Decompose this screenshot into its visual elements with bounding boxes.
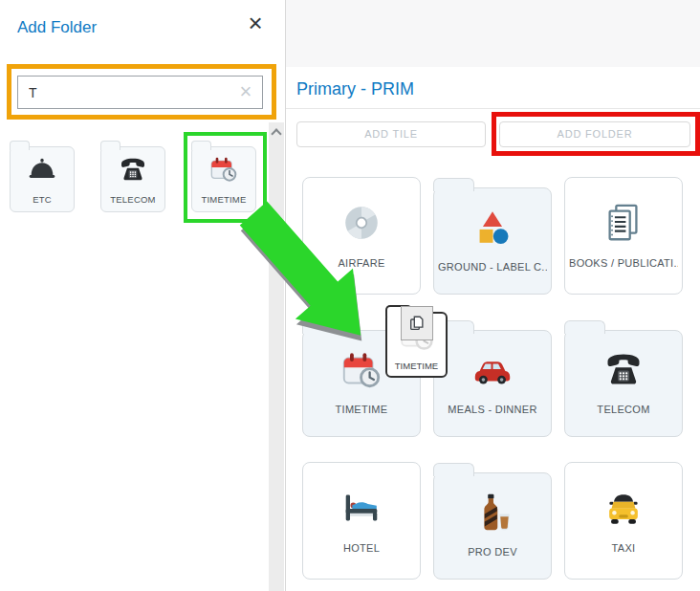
cloche-icon — [11, 154, 74, 185]
bed-icon — [303, 486, 420, 530]
calendar-clock-icon — [192, 154, 255, 185]
tile-label: TELECOM — [569, 404, 678, 415]
dialog-tile-list: ETC TELECOM — [10, 146, 256, 212]
tile-grid: AIRFARE GROUND - LABEL C... BOOKS / — [302, 177, 683, 580]
grid-tile-airfare[interactable]: AIRFARE — [302, 177, 421, 295]
telephone-icon — [101, 154, 164, 185]
telephone-icon — [565, 348, 682, 390]
disc-icon — [303, 201, 420, 245]
page-title: Primary - PRIM — [296, 79, 414, 99]
taxi-icon — [565, 486, 682, 530]
car-icon — [434, 348, 551, 392]
tile-label: BOOKS / PUBLICATI... — [569, 257, 678, 269]
panel-divider — [285, 0, 286, 591]
drag-ghost-timetime[interactable]: TIMETIME — [385, 312, 448, 378]
title-separator — [286, 108, 700, 109]
dialog-folder-telecom[interactable]: TELECOM — [100, 146, 165, 212]
copy-badge — [401, 306, 433, 340]
ghost-label: TIMETIME — [387, 361, 446, 371]
tile-label: MEALS - DINNER — [438, 404, 547, 415]
tile-label: PRO DEV — [438, 546, 547, 558]
grid-folder-ground[interactable]: GROUND - LABEL C... — [433, 187, 552, 295]
add-folder-dialog: Add Folder × × ETC — [0, 0, 286, 591]
close-icon[interactable]: × — [242, 10, 269, 36]
shapes-icon — [434, 206, 551, 250]
grid-folder-meals[interactable]: MEALS - DINNER — [433, 330, 552, 437]
tile-label: TIMETIME — [307, 404, 416, 415]
dialog-title: Add Folder — [17, 18, 97, 37]
tile-label: TELECOM — [101, 194, 164, 205]
add-tile-button[interactable]: ADD TILE — [296, 121, 486, 147]
dialog-folder-timetime[interactable]: TIMETIME — [191, 146, 256, 212]
tile-label: AIRFARE — [307, 257, 416, 269]
copy-icon — [408, 315, 426, 332]
grid-folder-prodev[interactable]: PRO DEV — [433, 472, 552, 580]
bottle-glass-icon — [434, 491, 551, 535]
grid-tile-books[interactable]: BOOKS / PUBLICATI... — [564, 177, 683, 295]
dialog-folder-etc[interactable]: ETC — [10, 146, 75, 212]
documents-icon — [565, 201, 682, 245]
tile-label: GROUND - LABEL C... — [438, 261, 547, 273]
grid-folder-telecom[interactable]: TELECOM — [564, 330, 683, 437]
top-strip — [286, 0, 700, 67]
grid-tile-hotel[interactable]: HOTEL — [302, 462, 421, 580]
tile-label: ETC — [11, 194, 74, 205]
tile-label: TAXI — [569, 542, 678, 554]
search-box: × — [17, 76, 263, 109]
grid-tile-taxi[interactable]: TAXI — [564, 462, 683, 580]
add-folder-button[interactable]: ADD FOLDER — [499, 121, 690, 147]
tile-label: TIMETIME — [192, 194, 255, 205]
dialog-scrollbar[interactable] — [269, 122, 284, 591]
chevron-up-icon[interactable] — [271, 128, 281, 139]
tile-label: HOTEL — [307, 542, 416, 554]
clear-icon[interactable]: × — [235, 80, 256, 103]
search-input[interactable] — [17, 76, 263, 109]
